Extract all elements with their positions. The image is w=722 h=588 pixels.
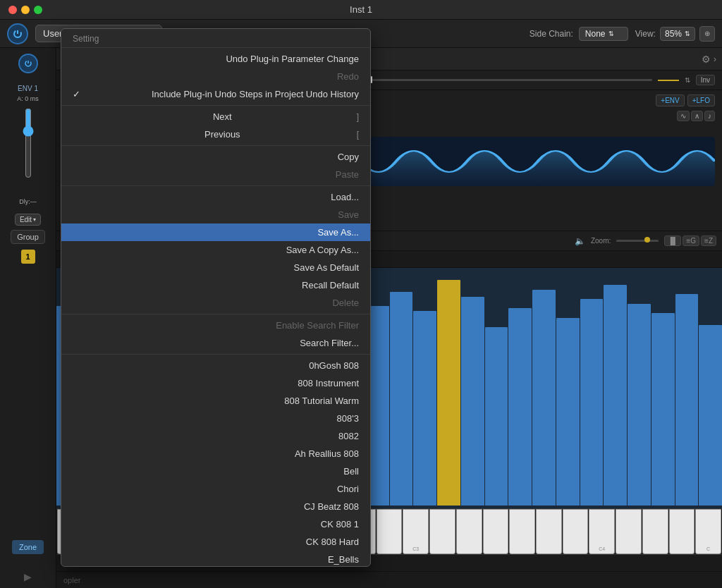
link-button[interactable]: ⊕ bbox=[699, 26, 715, 42]
envelope-slider[interactable] bbox=[23, 108, 34, 192]
settings-gear-icon[interactable]: ⚙ bbox=[702, 54, 711, 65]
preset-list-item[interactable]: 808'3 bbox=[61, 410, 370, 427]
preset-list-item[interactable]: E_Bells bbox=[61, 551, 370, 566]
undo-label: Undo Plug-in Parameter Change bbox=[226, 54, 359, 64]
include-undo-label: Include Plug-in Undo Steps in Project Un… bbox=[152, 89, 359, 99]
preset-list-item[interactable]: 0hGosh 808 bbox=[61, 357, 370, 374]
preset-list-item[interactable]: 808 Instrument bbox=[61, 374, 370, 392]
next-label: Next bbox=[213, 111, 232, 122]
maximize-button[interactable] bbox=[34, 6, 42, 14]
speaker-icon[interactable]: 🔈 bbox=[575, 236, 585, 246]
piano-key-white[interactable] bbox=[642, 509, 668, 554]
zone-button[interactable]: Zone bbox=[12, 540, 44, 554]
preset-list-item[interactable]: Chori bbox=[61, 480, 370, 498]
save-default-menu-item[interactable]: Save As Default bbox=[61, 259, 370, 276]
c4-label: C4 bbox=[599, 546, 605, 551]
piano-key-white[interactable] bbox=[563, 509, 589, 554]
minimize-button[interactable] bbox=[21, 6, 30, 14]
preset-list-item[interactable]: 8082 bbox=[61, 427, 370, 445]
group-button[interactable]: Group bbox=[11, 230, 45, 244]
save-as-menu-item[interactable]: Save As... bbox=[61, 223, 370, 241]
dropdown-preset-list: 0hGosh 808808 Instrument808 Tutorial War… bbox=[61, 355, 370, 566]
zoom-label: Zoom: bbox=[591, 237, 611, 245]
play-button[interactable]: ▶ bbox=[24, 571, 32, 582]
c-label: C bbox=[706, 546, 710, 551]
preset-list-item[interactable]: 808 Tutorial Warm bbox=[61, 392, 370, 410]
close-button[interactable] bbox=[8, 6, 17, 14]
piano-key-white[interactable] bbox=[616, 509, 642, 554]
view-percent-control[interactable]: 85% ⇅ bbox=[660, 27, 695, 41]
add-env-button[interactable]: +ENV bbox=[656, 94, 684, 106]
env-slider-input[interactable] bbox=[23, 108, 34, 178]
include-undo-menu-item[interactable]: Include Plug-in Undo Steps in Project Un… bbox=[61, 85, 370, 103]
piano-key-white[interactable] bbox=[429, 509, 455, 554]
piano-key-white[interactable] bbox=[536, 509, 562, 554]
delete-label: Delete bbox=[332, 298, 359, 308]
chevron-right-icon[interactable]: › bbox=[714, 54, 716, 64]
piano-key-white[interactable] bbox=[669, 509, 695, 554]
sidebar-power-button[interactable] bbox=[18, 54, 38, 73]
piano-key-white[interactable] bbox=[377, 509, 403, 554]
bar bbox=[532, 290, 556, 506]
mod-arrows-icon: ⇅ bbox=[685, 76, 690, 84]
dropdown-section-file: Load... Save Save As... Save A Copy As..… bbox=[61, 186, 370, 314]
piano-key-white[interactable] bbox=[456, 509, 482, 554]
window-controls[interactable] bbox=[8, 6, 42, 14]
view-grid-button[interactable]: ≡G bbox=[683, 235, 699, 246]
piano-key-c[interactable]: C bbox=[695, 509, 721, 554]
view-bars-button[interactable]: ▐▌ bbox=[664, 235, 681, 246]
add-lfo-button[interactable]: +LFO bbox=[687, 94, 715, 106]
piano-key-white[interactable] bbox=[483, 509, 509, 554]
undo-menu-item[interactable]: Undo Plug-in Parameter Change bbox=[61, 50, 370, 68]
dly-label: Dly:— bbox=[19, 198, 37, 205]
piano-key-c3[interactable]: C3 bbox=[403, 509, 429, 554]
redo-menu-item[interactable]: Redo bbox=[61, 68, 370, 85]
view-section: View: 85% ⇅ ⊕ bbox=[635, 26, 715, 42]
preset-list-item[interactable]: Bell bbox=[61, 463, 370, 480]
mod-line bbox=[658, 80, 679, 81]
preset-list-item[interactable]: CJ Beatz 808 bbox=[61, 498, 370, 515]
side-chain-select[interactable]: None ⇅ bbox=[579, 27, 628, 41]
previous-menu-item[interactable]: Previous [ bbox=[61, 125, 370, 143]
bar bbox=[675, 294, 699, 506]
load-menu-item[interactable]: Load... bbox=[61, 188, 370, 206]
save-copy-menu-item[interactable]: Save A Copy As... bbox=[61, 241, 370, 259]
setting-label: Setting bbox=[73, 34, 99, 44]
power-button[interactable] bbox=[7, 23, 28, 44]
delete-menu-item[interactable]: Delete bbox=[61, 294, 370, 312]
bar bbox=[390, 292, 413, 506]
save-menu-item[interactable]: Save bbox=[61, 206, 370, 223]
preset-list-item[interactable]: CK 808 Hard bbox=[61, 533, 370, 551]
preset-list-item[interactable]: Ah Reallius 808 bbox=[61, 445, 370, 463]
search-filter-menu-item[interactable]: Search Filter... bbox=[61, 334, 370, 352]
bar bbox=[580, 299, 604, 506]
save-as-label: Save As... bbox=[317, 227, 359, 238]
lfo-wave-buttons: ∿ ∧ ♪ bbox=[677, 111, 715, 121]
recall-menu-item[interactable]: Recall Default bbox=[61, 276, 370, 294]
zoom-slider[interactable] bbox=[616, 240, 659, 242]
bar bbox=[604, 285, 627, 506]
piano-key-white[interactable] bbox=[509, 509, 535, 554]
lfo-note-button[interactable]: ♪ bbox=[704, 111, 715, 121]
bar bbox=[699, 325, 722, 506]
enable-search-menu-item[interactable]: Enable Search Filter bbox=[61, 317, 370, 334]
side-chain-section: Side Chain: None ⇅ bbox=[530, 27, 628, 41]
paste-menu-item[interactable]: Paste bbox=[61, 166, 370, 183]
next-menu-item[interactable]: Next ] bbox=[61, 108, 370, 125]
lfo-wave-alt-button[interactable]: ∧ bbox=[691, 111, 703, 121]
c3-label: C3 bbox=[412, 546, 419, 551]
save-copy-label: Save A Copy As... bbox=[286, 245, 359, 255]
copy-menu-item[interactable]: Copy bbox=[61, 148, 370, 166]
paste-label: Paste bbox=[336, 169, 359, 180]
next-shortcut: ] bbox=[357, 112, 359, 122]
dropdown-section-nav: Next ] Previous [ bbox=[61, 106, 370, 146]
lfo-btn-label: +LFO bbox=[692, 97, 710, 104]
preset-list-item[interactable]: CK 808 1 bbox=[61, 515, 370, 533]
view-percent-value: 85% bbox=[665, 29, 682, 39]
view-list-button[interactable]: ≡Z bbox=[701, 235, 716, 246]
inv-button[interactable]: Inv bbox=[696, 75, 715, 85]
lfo-wave-sine-button[interactable]: ∿ bbox=[677, 111, 690, 121]
edit-button[interactable]: Edit ▾ bbox=[15, 214, 41, 226]
piano-key-c4[interactable]: C4 bbox=[589, 509, 615, 554]
setting-header: Setting bbox=[61, 31, 370, 45]
